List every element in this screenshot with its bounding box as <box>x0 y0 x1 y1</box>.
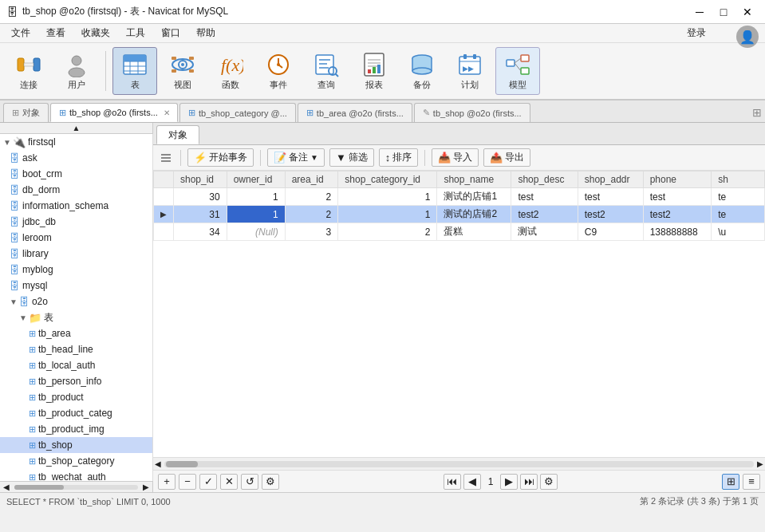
menu-favorites[interactable]: 收藏夹 <box>73 25 118 41</box>
hscroll-left-btn[interactable]: ◀ <box>155 459 161 468</box>
tab-objects[interactable]: ⊞ 对象 <box>3 103 49 122</box>
tab-tb-area[interactable]: ⊞ tb_area @o2o (firsts... <box>298 103 412 122</box>
sidebar-scroll-up[interactable]: ▲ <box>73 124 81 132</box>
tab-tb-shop2[interactable]: ✎ tb_shop @o2o (firsts... <box>414 103 530 122</box>
sidebar-item-jdbc-db[interactable]: 🗄 jdbc_db <box>0 214 152 230</box>
col-area-id[interactable]: area_id <box>285 171 338 188</box>
tab-tb-shop-category[interactable]: ⊞ tb_shop_category @... <box>179 103 296 122</box>
toolbar-query-button[interactable]: 查询 <box>304 47 349 95</box>
maximize-button[interactable]: □ <box>712 4 735 20</box>
settings-button[interactable]: ⚙ <box>262 474 279 490</box>
sidebar-item-tb-area[interactable]: ⊞ tb_area <box>0 325 152 341</box>
cell-sh-2[interactable]: te <box>712 206 765 223</box>
filter-button[interactable]: ▼ 筛选 <box>329 148 374 167</box>
horizontal-scrollbar[interactable]: ◀ ▶ <box>153 457 765 470</box>
hscroll-right-btn[interactable]: ▶ <box>757 459 763 468</box>
minimize-button[interactable]: ─ <box>688 4 711 20</box>
col-shop-category-id[interactable]: shop_category_id <box>338 171 437 188</box>
cell-sh-1[interactable]: te <box>712 188 765 206</box>
col-sh[interactable]: sh <box>712 171 765 188</box>
sidebar-item-tb-wechat-auth[interactable]: ⊞ tb_wechat_auth <box>0 469 152 481</box>
cell-shop-desc-3[interactable]: 测试 <box>511 223 578 241</box>
menu-window[interactable]: 窗口 <box>153 25 188 41</box>
cell-area-id-3[interactable]: 3 <box>285 223 338 241</box>
tab-tb-shop1[interactable]: ⊞ tb_shop @o2o (firsts... ✕ <box>50 103 178 122</box>
toolbar-table-button[interactable]: 表 <box>112 47 157 95</box>
toolbar-model-button[interactable]: 模型 <box>495 47 540 95</box>
close-button[interactable]: ✕ <box>736 4 759 20</box>
sidebar-item-ask[interactable]: 🗄 ask <box>0 150 152 166</box>
cell-shop-category-id-1[interactable]: 1 <box>338 188 437 206</box>
col-shop-name[interactable]: shop_name <box>437 171 511 188</box>
export-button[interactable]: 📤 导出 <box>483 148 530 167</box>
sidebar-item-tables[interactable]: ▼ 📁 表 <box>0 309 152 325</box>
cell-shop-category-id-3[interactable]: 2 <box>338 223 437 241</box>
col-shop-desc[interactable]: shop_desc <box>511 171 578 188</box>
menu-tools[interactable]: 工具 <box>118 25 153 41</box>
col-shop-addr[interactable]: shop_addr <box>578 171 643 188</box>
cell-shop-addr-2[interactable]: test2 <box>578 206 643 223</box>
cell-shop-desc-1[interactable]: test <box>511 188 578 206</box>
sidebar-scroll-left[interactable]: ◀ <box>3 483 10 491</box>
tab-tb-shop1-close[interactable]: ✕ <box>164 108 170 117</box>
menu-icon-btn[interactable] <box>158 150 174 166</box>
sidebar-item-myblog[interactable]: 🗄 myblog <box>0 262 152 278</box>
sidebar-item-boot-crm[interactable]: 🗄 boot_crm <box>0 166 152 182</box>
grid-view-button[interactable]: ⊞ <box>722 474 739 490</box>
col-owner-id[interactable]: owner_id <box>227 171 285 188</box>
col-shop-id[interactable]: shop_id <box>174 171 227 188</box>
cell-sh-3[interactable]: \u <box>712 223 765 241</box>
cell-shop-addr-3[interactable]: C9 <box>578 223 643 241</box>
toolbar-report-button[interactable]: 报表 <box>352 47 396 95</box>
sidebar-item-leroom[interactable]: 🗄 leroom <box>0 230 152 246</box>
sidebar-item-tb-shop-category[interactable]: ⊞ tb_shop_category <box>0 453 152 469</box>
sidebar-item-tb-product-categ[interactable]: ⊞ tb_product_categ <box>0 405 152 421</box>
sort-button[interactable]: ↕ 排序 <box>379 148 419 167</box>
cell-phone-2[interactable]: test2 <box>643 206 712 223</box>
sidebar-item-tb-head-line[interactable]: ⊞ tb_head_line <box>0 341 152 357</box>
menu-file[interactable]: 文件 <box>3 25 38 41</box>
toolbar-view-button[interactable]: 视图 <box>160 47 205 95</box>
begin-transaction-button[interactable]: ⚡ 开始事务 <box>187 148 254 167</box>
cell-owner-id-1[interactable]: 1 <box>227 188 285 206</box>
menu-help[interactable]: 帮助 <box>188 25 223 41</box>
cell-owner-id-2[interactable]: 1 <box>227 206 285 223</box>
delete-row-button[interactable]: − <box>179 474 196 490</box>
page-first-button[interactable]: ⏮ <box>444 474 461 490</box>
cell-shop-addr-1[interactable]: test <box>578 188 643 206</box>
sidebar-item-library[interactable]: 🗄 library <box>0 246 152 262</box>
sidebar-item-tb-product-img[interactable]: ⊞ tb_product_img <box>0 421 152 437</box>
sidebar-item-o2o[interactable]: ▼ 🗄 o2o <box>0 294 152 309</box>
page-next-button[interactable]: ▶ <box>500 474 518 490</box>
page-prev-button[interactable]: ◀ <box>463 474 481 490</box>
import-button[interactable]: 📥 导入 <box>432 148 479 167</box>
add-row-button[interactable]: + <box>158 474 175 490</box>
hscroll-thumb[interactable] <box>166 461 198 467</box>
hscroll-track[interactable] <box>164 461 754 467</box>
sidebar-item-db-dorm[interactable]: 🗄 db_dorm <box>0 182 152 198</box>
cell-area-id-2[interactable]: 2 <box>285 206 338 223</box>
page-last-button[interactable]: ⏭ <box>520 474 538 490</box>
cell-shop-id-1[interactable]: 30 <box>174 188 227 206</box>
cell-shop-desc-2[interactable]: test2 <box>511 206 578 223</box>
sidebar-scroll-right[interactable]: ▶ <box>143 483 149 491</box>
cell-shop-category-id-2[interactable]: 1 <box>338 206 437 223</box>
confirm-edit-button[interactable]: ✓ <box>199 474 217 490</box>
toolbar-function-button[interactable]: f(x) 函数 <box>208 47 253 95</box>
tab-extra-btn[interactable]: ⊞ <box>749 103 765 122</box>
col-phone[interactable]: phone <box>643 171 712 188</box>
toolbar-plan-button[interactable]: ▶▶ 计划 <box>448 47 492 95</box>
toolbar-backup-button[interactable]: 备份 <box>400 47 444 95</box>
sidebar-item-tb-person-info[interactable]: ⊞ tb_person_info <box>0 373 152 389</box>
refresh-button[interactable]: ↺ <box>241 474 258 490</box>
note-button[interactable]: 📝 备注 ▼ <box>267 148 325 167</box>
menu-view[interactable]: 查看 <box>38 25 73 41</box>
sidebar-item-firstsql[interactable]: ▼ 🔌 firstsql <box>0 134 152 150</box>
cell-phone-3[interactable]: 138888888 <box>643 223 712 241</box>
toolbar-event-button[interactable]: 事件 <box>256 47 301 95</box>
sidebar-item-tb-shop[interactable]: ⊞ tb_shop <box>0 437 152 453</box>
cell-shop-name-1[interactable]: 测试的店铺1 <box>437 188 511 206</box>
sidebar-item-tb-local-auth[interactable]: ⊞ tb_local_auth <box>0 357 152 373</box>
cell-shop-name-2[interactable]: 测试的店铺2 <box>437 206 511 223</box>
cell-shop-name-3[interactable]: 蛋糕 <box>437 223 511 241</box>
